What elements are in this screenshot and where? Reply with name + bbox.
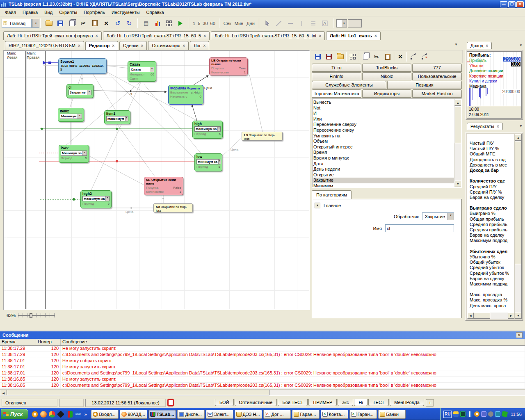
minimize-button[interactable]: —	[500, 1, 507, 7]
palette-tab[interactable]: Market Position	[412, 89, 462, 98]
results-item[interactable]: Выиграно %	[470, 211, 521, 216]
close-tab-icon[interactable]: ×	[203, 43, 206, 48]
task-window-button[interactable]: Гаран...	[349, 410, 377, 419]
panel-dropdown-icon[interactable]: ▼	[519, 43, 523, 47]
export-button[interactable]	[164, 18, 174, 29]
doc-tab[interactable]: Оптимизация ×	[148, 41, 189, 50]
palette-item[interactable]: Открытие	[313, 172, 460, 178]
transaq-combo[interactable]: ⚿ Transaq	[2, 19, 32, 28]
cut-block-button[interactable]: ✂	[372, 52, 381, 62]
message-row[interactable]: 11:38:17.29 120 c:\Documents and Setting…	[0, 352, 525, 358]
delete-button[interactable]: ✕	[101, 18, 112, 29]
results-item[interactable]: Убыточно %	[470, 254, 521, 260]
palette-item[interactable]: Умножить на	[313, 133, 460, 139]
zoom-slider-thumb[interactable]	[30, 313, 32, 318]
block-high[interactable]: high Максимум за Период5	[192, 121, 223, 139]
open-button[interactable]	[43, 18, 54, 29]
scroll-down-icon[interactable]: ▼	[454, 180, 461, 187]
palette-tab[interactable]: Торговая Математика	[312, 89, 361, 98]
block-cl[interactable]: cl Закрытие	[66, 84, 94, 98]
scrollbar-thumb[interactable]	[474, 313, 490, 319]
results-item[interactable]: Макс. просадка %	[470, 297, 521, 303]
close-tab-icon[interactable]: ×	[141, 43, 144, 48]
workspace-tab[interactable]: экс	[338, 399, 353, 406]
doc-tabs-dropdown-icon[interactable]: ▼	[454, 43, 458, 46]
palette-tab[interactable]: Позиция	[387, 81, 462, 89]
open-script-button[interactable]	[335, 52, 345, 62]
close-tab-icon[interactable]: ×	[319, 34, 321, 38]
timeframe-button[interactable]: 1	[192, 21, 196, 26]
lab-tab[interactable]: Лаб: Hi_Lo+RSI+Трей_сжатьST+PR_15_60_5_t…	[211, 31, 325, 40]
results-item[interactable]	[470, 244, 521, 249]
charts-button[interactable]	[152, 18, 163, 29]
transaq-dropdown-button[interactable]: ▼	[32, 19, 39, 28]
palette-item[interactable]: Дата	[313, 161, 460, 167]
results-item[interactable]: День макс. проса	[470, 303, 521, 308]
close-tab-icon[interactable]: ×	[486, 43, 488, 48]
chart-tray-icon[interactable]	[467, 411, 472, 417]
task-window-button[interactable]: Элект...	[206, 410, 233, 419]
line-tool-button[interactable]	[274, 18, 284, 29]
unlink-blocks-button[interactable]: ×	[419, 52, 429, 62]
scroll-left-icon[interactable]: ◀	[0, 390, 7, 395]
task-window-button[interactable]: TSLab...	[148, 410, 176, 419]
language-indicator[interactable]: RU	[443, 411, 452, 418]
block-formula[interactable]: Формула Формула Выражениеcl>high Начинат…	[168, 85, 203, 105]
results-item[interactable]: Доходность в год	[470, 157, 521, 162]
close-tab-icon[interactable]: ×	[183, 43, 185, 48]
palette-tab[interactable]: Nikolz	[362, 72, 412, 80]
timeframe-button[interactable]: 5	[197, 21, 201, 26]
results-item[interactable]: Чистый П/У	[470, 141, 521, 146]
block-low2[interactable]: low2 Минимум за Период5	[59, 145, 89, 163]
scrollbar-thumb[interactable]	[454, 106, 461, 143]
blocks-view-button[interactable]	[348, 52, 358, 62]
doc-tab[interactable]: Редактор ×	[85, 41, 118, 50]
results-item[interactable]: Средний П/У %	[470, 189, 521, 195]
scroll-up-icon[interactable]: ▲	[454, 99, 461, 106]
doc-tab[interactable]: RIH2_110901_120210-5:RTS:5M ×	[5, 41, 84, 50]
task-window-button[interactable]: 98А3Д...	[120, 410, 147, 419]
results-item[interactable]	[470, 173, 521, 178]
column-message[interactable]: Сообщение	[61, 339, 525, 345]
results-item[interactable]: Убыточных сдел	[470, 249, 521, 254]
zoom-slider[interactable]	[18, 313, 55, 317]
block-dropdown[interactable]: Максимум	[106, 116, 128, 121]
palette-item[interactable]: Пересечение снизу	[313, 128, 460, 133]
results-item[interactable]: Средний убыток %	[470, 271, 521, 276]
palette-scrollbar[interactable]: ▲ ▼	[454, 99, 461, 187]
name-input[interactable]	[385, 224, 454, 232]
doc-tab[interactable]: Сделки ×	[119, 41, 147, 50]
chrome-icon[interactable]	[49, 411, 55, 418]
paste-button[interactable]	[89, 18, 100, 29]
results-item[interactable]: Макс. просадка	[470, 292, 521, 297]
palette-item[interactable]: Закрытие	[313, 178, 460, 183]
scroll-down-icon[interactable]: ▼	[515, 312, 522, 319]
task-window-button[interactable]: Диспе...	[177, 410, 205, 419]
clock-icon[interactable]	[32, 411, 38, 418]
kmplayer-icon[interactable]: KMP	[75, 411, 81, 418]
properties-button[interactable]: ▤	[141, 18, 151, 29]
task-window-button[interactable]: Банки	[378, 410, 406, 419]
results-item[interactable]: Средний П/У	[470, 184, 521, 189]
results-item[interactable]: Средняя прибыль	[470, 222, 521, 227]
results-item[interactable]: Доходность в мес	[470, 162, 521, 168]
results-item[interactable]: Баров на сделку	[470, 195, 521, 200]
task-window-button[interactable]: Конта...	[321, 410, 348, 419]
close-messages-icon[interactable]: ×	[516, 332, 523, 338]
run-button[interactable]	[175, 18, 186, 29]
palette-item[interactable]: Время	[313, 150, 460, 155]
block-item2[interactable]: Item2 Минимум	[58, 108, 84, 122]
results-item[interactable]: Средняя прибыль	[470, 227, 521, 233]
workspace-tab[interactable]: БОЙ	[215, 399, 234, 406]
lab-tab[interactable]: Лаб: Hi_Lo+RSI+Трей_сжат лог формула ×	[3, 31, 102, 40]
save-script-as-button[interactable]	[324, 52, 334, 62]
restore-button[interactable]: ❐	[508, 1, 516, 7]
block-dropdown[interactable]: Закрытие	[68, 90, 91, 95]
block-source1[interactable]: Source1 ТЕСТ:RIH2_110901_120210-5	[58, 58, 107, 74]
task-window-button[interactable]: Гаран...	[292, 410, 320, 419]
message-row[interactable]: 11:38:17.01 120 c:\Documents and Setting…	[0, 370, 525, 377]
block-high2[interactable]: high2 Максимум за Период5	[80, 190, 112, 208]
redo-button[interactable]: ↻	[124, 18, 135, 29]
close-tab-icon[interactable]: ×	[112, 43, 114, 48]
close-tab-icon[interactable]: ×	[78, 43, 80, 48]
